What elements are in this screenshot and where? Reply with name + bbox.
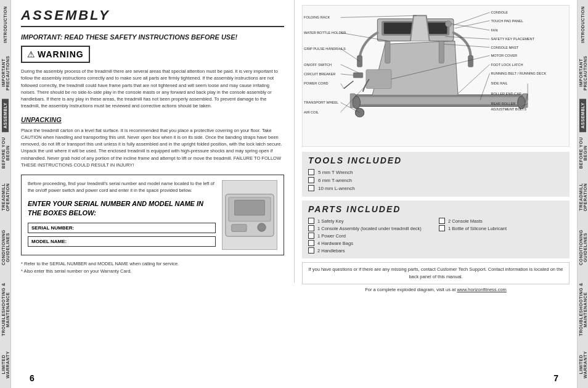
- right-sidebar: INTRODUCTION IMPORTANT PRECAUTIONS ASSEM…: [577, 0, 588, 388]
- svg-text:CIRCUIT BREAKER: CIRCUIT BREAKER: [304, 72, 335, 76]
- page-number-right: 7: [553, 373, 558, 383]
- sidebar-item-troubleshooting-left[interactable]: TROUBLESHOOTING & MAINTENANCE: [0, 274, 11, 345]
- svg-text:MOTOR COVER: MOTOR COVER: [491, 54, 517, 57]
- part-checkbox-6[interactable]: [439, 218, 445, 224]
- svg-point-20: [445, 21, 451, 27]
- sidebar-item-warranty-left[interactable]: LIMITED WARRANTY: [0, 344, 11, 386]
- contact-box: If you have questions or if there are an…: [302, 262, 570, 284]
- part-checkbox-1[interactable]: [308, 218, 314, 224]
- sidebar-item-troubleshooting-right[interactable]: TROUBLESHOOTING & MAINTENANCE: [578, 274, 589, 345]
- serial-cta: ENTER YOUR SERIAL NUMBER AND MODEL NAME …: [28, 199, 216, 218]
- svg-text:AIR COIL: AIR COIL: [304, 110, 319, 114]
- svg-text:POWER CORD: POWER CORD: [304, 81, 329, 85]
- svg-text:ON/OFF SWITCH: ON/OFF SWITCH: [304, 63, 332, 67]
- parts-title: PARTS INCLUDED: [308, 204, 563, 214]
- part-checkbox-2[interactable]: [308, 225, 314, 231]
- svg-text:ADJUSTMENT BOLTS: ADJUSTMENT BOLTS: [491, 107, 526, 111]
- tool-item-1: 5 mm T Wrench: [308, 169, 563, 175]
- part-checkbox-3[interactable]: [308, 233, 314, 239]
- part-item-2: 1 Console Assembly (located under treadm…: [308, 225, 433, 231]
- serial-box: Before proceeding, find your treadmill's…: [21, 175, 284, 255]
- svg-text:SAFETY KEY PLACEMENT: SAFETY KEY PLACEMENT: [491, 37, 534, 41]
- svg-text:RUNNING BELT / RUNNING DECK: RUNNING BELT / RUNNING DECK: [491, 72, 546, 75]
- svg-text:FOLDING RACK: FOLDING RACK: [304, 15, 330, 19]
- parts-grid: 1 Safety Key 1 Console Assembly (located…: [308, 218, 563, 255]
- svg-text:SIDE RAIL: SIDE RAIL: [491, 81, 507, 85]
- part-checkbox-4[interactable]: [308, 240, 314, 246]
- serial-intro: Before proceeding, find your treadmill's…: [28, 180, 216, 194]
- svg-rect-2: [232, 224, 247, 231]
- sidebar-item-operation-left[interactable]: TREADMILL OPERATION: [0, 173, 11, 221]
- tool-checkbox-2[interactable]: [308, 177, 314, 183]
- part-item-3: 1 Power Cord: [308, 233, 433, 239]
- svg-line-29: [341, 64, 359, 72]
- warning-box: ⚠ WARNING: [21, 46, 90, 63]
- tool-checkbox-3[interactable]: [308, 185, 314, 191]
- sidebar-item-before-left[interactable]: BEFORE YOU BEGIN: [0, 133, 11, 173]
- svg-text:TOUCH PAD PANEL: TOUCH PAD PANEL: [491, 19, 523, 23]
- sidebar-item-conditioning-left[interactable]: CONDITIONING GUIDELINES: [0, 221, 11, 274]
- part-checkbox-7[interactable]: [439, 225, 445, 231]
- unpacking-text: Place the treadmill carton on a level fl…: [21, 127, 284, 169]
- serial-number-field[interactable]: SERIAL NUMBER:: [28, 223, 216, 233]
- part-item-7: 1 Bottle of Silicone Lubricant: [439, 225, 563, 231]
- serial-notes: * Refer to the SERIAL NUMBER and MODEL N…: [21, 260, 284, 275]
- svg-text:GRIP PULSE HANDRAILS: GRIP PULSE HANDRAILS: [304, 47, 346, 51]
- tool-checkbox-1[interactable]: [308, 169, 314, 175]
- part-item-5: 2 Handlebars: [308, 247, 433, 254]
- unpacking-title: UNPACKING: [21, 116, 284, 123]
- svg-text:CONSOLE: CONSOLE: [491, 10, 508, 14]
- parts-section: PARTS INCLUDED 1 Safety Key 1 Console As…: [302, 200, 570, 258]
- svg-text:FOOT LOCK LATCH: FOOT LOCK LATCH: [491, 63, 523, 67]
- svg-point-3: [258, 223, 266, 231]
- page-title: ASSEMBLY: [21, 7, 284, 27]
- tools-title: TOOLS INCLUDED: [308, 155, 563, 165]
- treadmill-diagram: FOLDING RACK WATER BOTTLE HOLDER GRIP PU…: [302, 5, 570, 147]
- svg-text:FAN: FAN: [491, 28, 497, 32]
- svg-text:WATER BOTTLE HOLDER: WATER BOTTLE HOLDER: [304, 31, 346, 35]
- tools-section: TOOLS INCLUDED 5 mm T Wrench 6 mm T-wren…: [302, 152, 570, 197]
- svg-text:CONSOLE MAST: CONSOLE MAST: [491, 46, 518, 49]
- sidebar-item-conditioning-right[interactable]: CONDITIONING GUIDELINES: [578, 221, 589, 274]
- sidebar-item-warranty-right[interactable]: LIMITED WARRANTY: [578, 344, 589, 386]
- part-checkbox-5[interactable]: [308, 247, 314, 254]
- svg-line-33: [341, 83, 344, 88]
- svg-text:REAR ROLLER: REAR ROLLER: [491, 102, 515, 105]
- website-url[interactable]: www.horizonfitness.com: [457, 287, 506, 292]
- tool-item-3: 10 mm L-wrench: [308, 185, 563, 191]
- sidebar-item-operation-right[interactable]: TREADMILL OPERATION: [578, 173, 589, 221]
- sidebar-item-assembly-left[interactable]: ASSEMBLY: [2, 99, 9, 132]
- sidebar-item-precautions-left[interactable]: IMPORTANT PRECAUTIONS: [0, 47, 11, 99]
- model-name-field[interactable]: MODEL NAME:: [28, 236, 216, 247]
- sidebar-item-precautions-right[interactable]: IMPORTANT PRECAUTIONS: [578, 47, 589, 99]
- svg-line-51: [458, 64, 489, 93]
- warning-icon: ⚠: [27, 49, 35, 59]
- left-sidebar: INTRODUCTION IMPORTANT PRECAUTIONS ASSEM…: [0, 0, 11, 388]
- part-item-1: 1 Safety Key: [308, 218, 433, 224]
- page-number-left: 6: [30, 373, 35, 383]
- sidebar-item-assembly-right[interactable]: ASSEMBLY: [579, 99, 586, 132]
- svg-text:ROLLER END CAP: ROLLER END CAP: [491, 92, 521, 96]
- svg-line-23: [341, 15, 417, 17]
- svg-rect-17: [468, 56, 473, 67]
- website-link: For a complete exploded diagram, visit u…: [302, 287, 570, 292]
- safety-header: IMPORTANT: READ THESE SAFETY INSTRUCTION…: [21, 33, 284, 41]
- svg-line-27: [341, 49, 360, 62]
- assembly-text: During the assembly process of the tread…: [21, 68, 284, 110]
- svg-rect-4: [235, 200, 265, 215]
- svg-rect-21: [353, 73, 362, 78]
- sidebar-item-introduction-right[interactable]: INTRODUCTION: [579, 2, 586, 47]
- sidebar-item-before-right[interactable]: BEFORE YOU BEGIN: [578, 133, 589, 173]
- svg-rect-18: [366, 70, 391, 89]
- serial-location-image: [222, 180, 277, 250]
- warning-label: WARNING: [38, 49, 84, 59]
- svg-line-22: [344, 81, 353, 88]
- sidebar-item-introduction-left[interactable]: INTRODUCTION: [2, 2, 9, 47]
- tool-item-2: 6 mm T-wrench: [308, 177, 563, 183]
- svg-line-31: [341, 74, 354, 75]
- part-item-6: 2 Console Masts: [439, 218, 563, 224]
- part-item-4: 4 Hardware Bags: [308, 240, 433, 246]
- svg-line-39: [454, 12, 490, 25]
- svg-text:TRANSPORT WHEEL: TRANSPORT WHEEL: [304, 101, 338, 104]
